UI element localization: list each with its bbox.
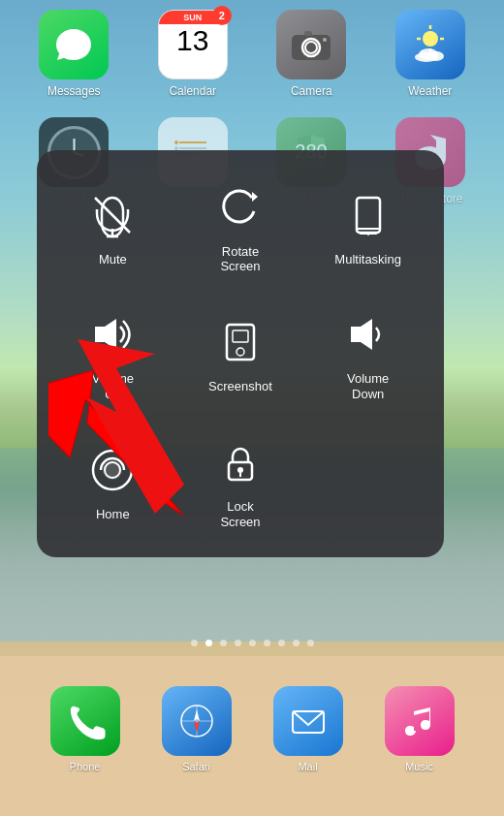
calendar-date: 13: [176, 26, 208, 55]
mute-icon: [83, 186, 142, 244]
dot-7: [293, 640, 299, 646]
multitasking-icon: [339, 186, 397, 244]
camera-icon: [276, 10, 346, 79]
dock-mail[interactable]: Mail: [273, 686, 343, 772]
dock: Phone Safari Mail: [0, 656, 504, 816]
at-volume-up[interactable]: VolumeUp: [51, 293, 174, 416]
dot-6: [278, 640, 285, 646]
at-lock-screen[interactable]: LockScreen: [179, 420, 302, 543]
volume-down-label: VolumeDown: [347, 371, 389, 401]
svg-point-39: [237, 467, 243, 473]
svg-point-4: [323, 38, 327, 42]
svg-marker-34: [351, 319, 372, 350]
dot-1: [205, 640, 212, 646]
dot-2: [220, 640, 227, 646]
dock-music[interactable]: Music: [385, 686, 455, 772]
dock-safari[interactable]: Safari: [162, 686, 232, 772]
at-rotate-screen[interactable]: RotateScreen: [179, 165, 302, 288]
svg-point-18: [174, 141, 178, 144]
at-volume-down[interactable]: VolumeDown: [306, 293, 429, 416]
volume-up-icon: [83, 305, 142, 363]
svg-marker-25: [252, 192, 258, 202]
page-dots: [0, 640, 504, 646]
dot-5: [264, 640, 270, 646]
volume-up-label: VolumeUp: [92, 371, 134, 401]
svg-point-12: [415, 52, 438, 62]
top-app-row: Messages SUN 13 2 Calendar: [0, 0, 504, 108]
mail-label: Mail: [298, 761, 317, 772]
svg-point-37: [103, 460, 122, 480]
screenshot-label: Screenshot: [208, 379, 272, 394]
safari-icon: [162, 686, 232, 756]
phone-label: Phone: [70, 761, 101, 772]
at-multitasking[interactable]: Multitasking: [306, 165, 429, 288]
dot-3: [235, 640, 241, 646]
app-camera[interactable]: Camera: [263, 10, 360, 98]
calendar-label: Calendar: [169, 84, 216, 98]
svg-rect-26: [357, 198, 380, 233]
svg-rect-32: [233, 330, 248, 342]
weather-icon: [395, 10, 465, 79]
safari-label: Safari: [182, 761, 210, 772]
music-icon: [385, 686, 455, 756]
svg-point-29: [367, 234, 369, 235]
dot-8: [307, 640, 314, 646]
lock-screen-icon: [211, 433, 269, 491]
assistive-touch-panel[interactable]: Mute RotateScreen Multitasking: [37, 150, 444, 557]
volume-down-icon: [339, 305, 397, 363]
app-calendar[interactable]: SUN 13 2 Calendar: [144, 10, 241, 98]
at-screenshot[interactable]: Screenshot: [179, 293, 302, 416]
rotate-screen-icon: [211, 178, 269, 236]
mail-icon: [273, 686, 343, 756]
weather-label: Weather: [408, 84, 452, 98]
calendar-badge: 2: [212, 6, 232, 25]
svg-point-5: [423, 31, 438, 47]
camera-label: Camera: [291, 84, 332, 98]
at-mute[interactable]: Mute: [51, 165, 174, 288]
phone-icon: [50, 686, 120, 756]
svg-point-33: [236, 348, 244, 356]
dock-phone[interactable]: Phone: [50, 686, 120, 772]
svg-line-24: [95, 198, 130, 233]
music-label: Music: [405, 761, 433, 772]
at-home[interactable]: Home: [51, 420, 174, 543]
screenshot-icon: [211, 313, 269, 371]
dot-0: [191, 640, 198, 646]
mute-label: Mute: [99, 252, 127, 267]
svg-rect-3: [304, 31, 312, 36]
dot-4: [249, 640, 256, 646]
lock-screen-label: LockScreen: [220, 499, 260, 529]
rotate-screen-label: RotateScreen: [220, 244, 260, 274]
multitasking-label: Multitasking: [334, 252, 401, 267]
messages-icon: [39, 10, 109, 79]
messages-label: Messages: [47, 84, 101, 98]
home-label: Home: [96, 507, 130, 522]
app-weather[interactable]: Weather: [382, 10, 479, 98]
svg-marker-30: [95, 319, 116, 350]
home-icon: [83, 441, 142, 499]
app-messages[interactable]: Messages: [25, 10, 122, 98]
